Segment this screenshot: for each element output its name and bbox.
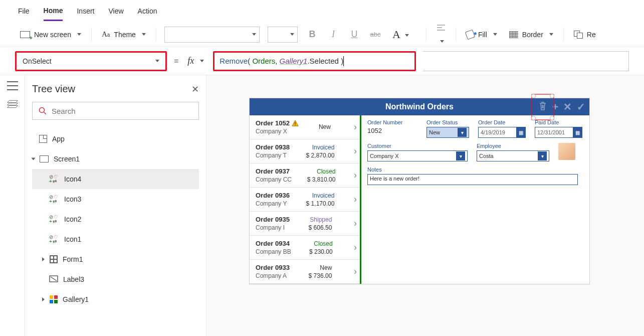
tree-node-gallery1[interactable]: Gallery1 <box>32 289 199 309</box>
order-title: Order 0933 <box>256 264 290 271</box>
order-status: New <box>320 264 332 271</box>
strikethrough-button[interactable]: abc <box>369 31 382 38</box>
order-date-picker[interactable]: 4/19/2019▦ <box>478 127 526 138</box>
tree-node-form1[interactable]: Form1 <box>32 249 199 269</box>
bold-button[interactable]: B <box>306 29 319 40</box>
paren-open: ( <box>248 57 252 65</box>
border-icon <box>509 31 518 38</box>
tree-view-icon[interactable] <box>7 99 18 108</box>
canvas[interactable]: Northwind Orders + ✕ ✓ Order 1052Company… <box>206 75 644 336</box>
property-row: OnSelect = fx Remove( Orders, Gallery1.S… <box>0 47 644 75</box>
hamburger-icon[interactable] <box>7 81 18 90</box>
tree-panel: Tree view ✕ App Screen1 ⊘♡+⇄Icon4 ⊘♡+⇄Ic… <box>25 75 206 336</box>
tree-node-icon3[interactable]: ⊘♡+⇄Icon3 <box>32 189 199 209</box>
lbl-employee: Employee <box>477 143 549 149</box>
close-icon[interactable]: ✕ <box>191 84 199 95</box>
paid-date-picker[interactable]: 12/31/2001▦ <box>535 127 582 138</box>
company-name: Company CC <box>256 176 292 183</box>
tree-node-icon2[interactable]: ⊘♡+⇄Icon2 <box>32 209 199 229</box>
theme-icon: Aa <box>102 30 110 39</box>
tree-node-screen1[interactable]: Screen1 <box>32 149 199 169</box>
chevron-right-icon: › <box>354 194 357 205</box>
underline-button[interactable]: U <box>348 29 361 40</box>
caret-icon[interactable] <box>42 257 45 261</box>
chevron-right-icon: › <box>354 170 357 181</box>
font-dropdown[interactable] <box>164 27 260 43</box>
divider <box>156 28 156 42</box>
calendar-icon: ▦ <box>516 127 525 137</box>
header-icons: + ✕ ✓ <box>538 101 585 113</box>
app-title: Northwind Orders <box>385 102 454 111</box>
font-color-button[interactable]: A <box>390 28 403 41</box>
menu-insert[interactable]: Insert <box>77 2 94 20</box>
warning-icon <box>292 120 299 127</box>
gallery-item[interactable]: Order 0934Company BBClosed$ 230.00› <box>250 236 360 260</box>
reorder-button[interactable]: Re <box>572 29 598 41</box>
order-title: Order 1052 <box>256 119 299 127</box>
italic-button[interactable]: I <box>327 29 340 40</box>
formula-bar[interactable]: Remove( Orders, Gallery1.Selected ) <box>213 51 416 71</box>
tree-search[interactable] <box>32 102 199 120</box>
formula-fn: Remove <box>220 57 248 65</box>
tree-node-label3[interactable]: Label3 <box>32 269 199 289</box>
align-button[interactable] <box>435 24 448 45</box>
border-button[interactable]: Border <box>507 29 555 41</box>
fill-button[interactable]: Fill <box>464 29 499 41</box>
tree-search-input[interactable] <box>52 107 192 115</box>
order-amount: $ 736.00 <box>309 272 332 279</box>
fill-label: Fill <box>478 31 487 39</box>
gallery-item[interactable]: Order 0937Company CCClosed$ 3,810.00› <box>250 163 360 188</box>
customer-dropdown[interactable]: Company X▾ <box>367 150 468 161</box>
app-body: Order 1052Company XNew›Order 0938Company… <box>250 115 589 284</box>
chevron-down-icon: ▾ <box>538 151 547 160</box>
lbl-order-date: Order Date <box>478 119 526 125</box>
iconset-icon: ⊘♡+⇄ <box>49 235 59 244</box>
close-icon[interactable]: ✕ <box>563 101 572 113</box>
tree-label: Gallery1 <box>63 295 89 303</box>
new-screen-button[interactable]: New screen <box>18 29 83 41</box>
screen-icon <box>40 155 49 162</box>
check-icon[interactable]: ✓ <box>577 101 585 113</box>
gallery-item[interactable]: Order 0936Company YInvoiced$ 1,170.00› <box>250 188 360 212</box>
chevron-down-icon <box>142 33 146 36</box>
employee-dropdown[interactable]: Costa▾ <box>477 150 549 161</box>
chevron-right-icon: › <box>354 242 357 253</box>
theme-button[interactable]: Aa Theme <box>100 28 148 41</box>
lbl-order-number: Order Number <box>367 119 417 125</box>
order-amount: $ 1,170.00 <box>306 200 335 207</box>
val-order-status: New <box>429 129 440 135</box>
gallery-item[interactable]: Order 0935Company IShipped$ 606.50› <box>250 212 360 236</box>
tree-node-icon1[interactable]: ⊘♡+⇄Icon1 <box>32 229 199 249</box>
caret-icon[interactable] <box>32 158 36 160</box>
order-gallery[interactable]: Order 1052Company XNew›Order 0938Company… <box>250 115 361 284</box>
tree-label: Screen1 <box>54 155 80 163</box>
tree-node-icon4[interactable]: ⊘♡+⇄Icon4 <box>32 169 199 189</box>
formula-bar-rest[interactable] <box>423 51 629 71</box>
notes-input[interactable]: Here is a new order! <box>367 174 578 185</box>
val-employee: Costa <box>479 153 494 159</box>
menu-file[interactable]: File <box>18 2 30 20</box>
app-header: Northwind Orders + ✕ ✓ <box>250 98 589 115</box>
gallery-item[interactable]: Order 1052Company XNew› <box>250 115 360 139</box>
chevron-down-icon <box>549 33 553 36</box>
company-name: Company I <box>256 224 290 231</box>
chevron-down-icon: ▾ <box>458 128 467 137</box>
fx-button[interactable]: fx <box>185 54 206 68</box>
menu-home[interactable]: Home <box>44 2 63 21</box>
ribbon: New screen Aa Theme B I U abc A Fill Bor… <box>0 22 644 47</box>
chevron-down-icon <box>405 34 409 37</box>
gallery-item[interactable]: Order 0933Company ANew$ 736.00› <box>250 260 360 284</box>
svg-point-3 <box>40 108 45 113</box>
tree-node-app[interactable]: App <box>32 129 199 149</box>
font-size-dropdown[interactable] <box>268 27 298 43</box>
trash-icon[interactable] <box>538 101 547 113</box>
caret-icon[interactable] <box>42 297 45 301</box>
order-status-dropdown[interactable]: New▾ <box>426 127 469 138</box>
menu-action[interactable]: Action <box>138 2 157 20</box>
reorder-label: Re <box>587 31 596 39</box>
equals-sign: = <box>174 57 178 66</box>
val-order-number: 1052 <box>367 127 417 134</box>
menu-view[interactable]: View <box>108 2 123 20</box>
gallery-item[interactable]: Order 0938Company TInvoiced$ 2,870.00› <box>250 139 360 163</box>
property-selector[interactable]: OnSelect <box>15 51 167 71</box>
